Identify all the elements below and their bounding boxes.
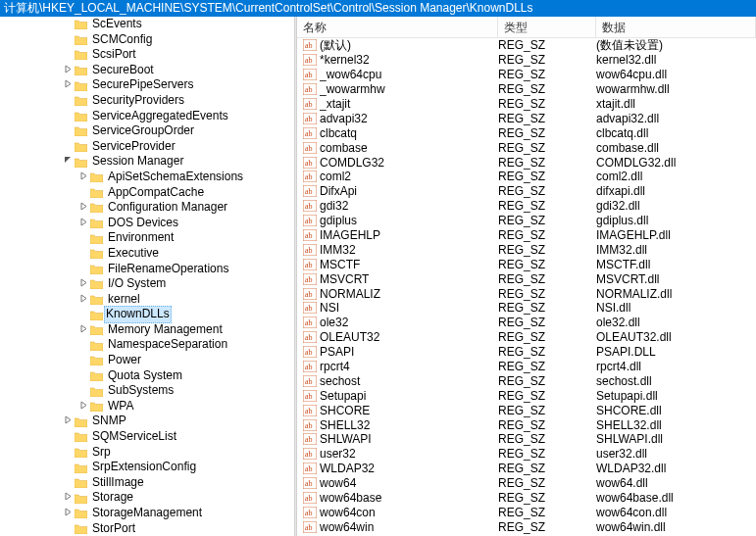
tree-item-apisetschemaextensions[interactable]: ApiSetSchemaExtensions — [0, 170, 296, 185]
tree-item-label: Configuration Manager — [106, 200, 229, 216]
header-type[interactable]: 类型 — [498, 17, 596, 37]
header-name[interactable]: 名称 — [297, 17, 498, 37]
tree-item-serviceprovider[interactable]: ServiceProvider — [0, 139, 296, 155]
tree-item-environment[interactable]: Environment — [0, 230, 296, 246]
tree-item-srp[interactable]: Srp — [0, 445, 296, 461]
tree-item-wpa[interactable]: WPA — [0, 399, 296, 414]
tree-item-quota-system[interactable]: Quota System — [0, 368, 296, 384]
tree-item-scmconfig[interactable]: SCMConfig — [0, 32, 296, 48]
tree-item-scsiport[interactable]: ScsiPort — [0, 47, 296, 63]
value-data: COMDLG32.dll — [596, 156, 756, 170]
tree-item-kernel[interactable]: kernel — [0, 292, 296, 308]
value-row[interactable]: (默认)REG_SZ(数值未设置) — [297, 38, 756, 53]
value-name: PSAPI — [320, 345, 498, 359]
value-row[interactable]: _wowarmhwREG_SZwowarmhw.dll — [297, 82, 756, 97]
expander-closed-icon[interactable] — [76, 292, 90, 308]
value-row[interactable]: wow64REG_SZwow64.dll — [297, 476, 756, 491]
tree-item-configuration-manager[interactable]: Configuration Manager — [0, 200, 296, 216]
value-row[interactable]: wow64baseREG_SZwow64base.dll — [297, 491, 756, 506]
tree-item-storport[interactable]: StorPort — [0, 521, 296, 536]
value-row[interactable]: IMM32REG_SZIMM32.dll — [297, 242, 756, 257]
expander-closed-icon[interactable] — [61, 490, 75, 506]
value-row[interactable]: gdiplusREG_SZgdiplus.dll — [297, 214, 756, 228]
tree-item-i-o-system[interactable]: I/O System — [0, 276, 296, 292]
tree-item-dos-devices[interactable]: DOS Devices — [0, 216, 296, 231]
value-row[interactable]: gdi32REG_SZgdi32.dll — [297, 199, 756, 214]
tree-item-power[interactable]: Power — [0, 353, 296, 368]
tree-item-srpextensionconfig[interactable]: SrpExtensionConfig — [0, 460, 296, 475]
value-row[interactable]: wow64winREG_SZwow64win.dll — [297, 519, 756, 534]
tree-item-scevents[interactable]: ScEvents — [0, 17, 296, 32]
value-row[interactable]: coml2REG_SZcoml2.dll — [297, 170, 756, 184]
header-data[interactable]: 数据 — [596, 17, 756, 37]
tree-pane[interactable]: ScEventsSCMConfigScsiPortSecureBootSecur… — [0, 17, 297, 536]
value-row[interactable]: *kernel32REG_SZkernel32.dll — [297, 53, 756, 68]
value-row[interactable]: wow64conREG_SZwow64con.dll — [297, 506, 756, 520]
expander-closed-icon[interactable] — [76, 322, 90, 338]
value-row[interactable]: PSAPIREG_SZPSAPI.DLL — [297, 345, 756, 360]
expander-closed-icon[interactable] — [61, 414, 75, 429]
expander-closed-icon[interactable] — [76, 399, 90, 414]
tree-item-securityproviders[interactable]: SecurityProviders — [0, 93, 296, 109]
value-row[interactable]: _xtajitREG_SZxtajit.dll — [297, 97, 756, 112]
tree-item-securepipeservers[interactable]: SecurePipeServers — [0, 77, 296, 93]
tree-item-filerenameoperations[interactable]: FileRenameOperations — [0, 262, 296, 277]
value-row[interactable]: OLEAUT32REG_SZOLEAUT32.dll — [297, 330, 756, 345]
string-value-icon — [303, 185, 317, 197]
value-data: difxapi.dll — [596, 184, 756, 198]
expander-closed-icon[interactable] — [61, 63, 75, 78]
expander-closed-icon[interactable] — [76, 216, 90, 231]
value-row[interactable]: MSVCRTREG_SZMSVCRT.dll — [297, 271, 756, 286]
value-row[interactable]: combaseREG_SZcombase.dll — [297, 140, 756, 155]
value-row[interactable]: _wow64cpuREG_SZwow64cpu.dll — [297, 68, 756, 82]
expander-closed-icon[interactable] — [76, 170, 90, 185]
value-data: clbcatq.dll — [596, 126, 756, 140]
value-row[interactable]: SHLWAPIREG_SZSHLWAPI.dll — [297, 432, 756, 447]
tree-item-serviceaggregatedevents[interactable]: ServiceAggregatedEvents — [0, 109, 296, 124]
folder-icon — [90, 187, 103, 198]
tree-item-servicegrouporder[interactable]: ServiceGroupOrder — [0, 123, 296, 139]
value-row[interactable]: SetupapiREG_SZSetupapi.dll — [297, 388, 756, 403]
tree-item-stillimage[interactable]: StillImage — [0, 475, 296, 491]
value-row[interactable]: MSCTFREG_SZMSCTF.dll — [297, 257, 756, 271]
address-bar[interactable]: 计算机\HKEY_LOCAL_MACHINE\SYSTEM\CurrentCon… — [0, 0, 756, 17]
string-value-icon — [303, 302, 317, 314]
tree-item-storagemanagement[interactable]: StorageManagement — [0, 506, 296, 521]
tree-item-namespaceseparation[interactable]: NamespaceSeparation — [0, 337, 296, 353]
list-header[interactable]: 名称 类型 数据 — [297, 17, 756, 38]
tree-item-knowndlls[interactable]: KnownDLLs — [0, 307, 296, 322]
value-row[interactable]: sechostREG_SZsechost.dll — [297, 373, 756, 388]
value-row[interactable]: COMDLG32REG_SZCOMDLG32.dll — [297, 155, 756, 170]
folder-icon — [90, 324, 103, 335]
expander-closed-icon[interactable] — [76, 200, 90, 216]
value-row[interactable]: IMAGEHLPREG_SZIMAGEHLP.dll — [297, 228, 756, 243]
expander-closed-icon[interactable] — [61, 506, 75, 521]
value-row[interactable]: user32REG_SZuser32.dll — [297, 447, 756, 462]
value-row[interactable]: NSIREG_SZNSI.dll — [297, 301, 756, 316]
tree-item-secureboot[interactable]: SecureBoot — [0, 63, 296, 78]
value-row[interactable]: SHCOREREG_SZSHCORE.dll — [297, 403, 756, 417]
value-row[interactable]: rpcrt4REG_SZrpcrt4.dll — [297, 360, 756, 374]
value-row[interactable]: SHELL32REG_SZSHELL32.dll — [297, 417, 756, 432]
expander-closed-icon[interactable] — [76, 276, 90, 292]
tree-item-subsystems[interactable]: SubSystems — [0, 383, 296, 399]
tree-item-memory-management[interactable]: Memory Management — [0, 322, 296, 338]
value-row[interactable]: ole32REG_SZole32.dll — [297, 316, 756, 330]
list-pane[interactable]: 名称 类型 数据 (默认)REG_SZ(数值未设置)*kernel32REG_S… — [297, 17, 756, 536]
splitter[interactable] — [294, 17, 297, 536]
value-data: wow64.dll — [596, 476, 756, 490]
tree-item-sqmservicelist[interactable]: SQMServiceList — [0, 429, 296, 445]
expander-closed-icon[interactable] — [61, 77, 75, 93]
tree-item-session-manager[interactable]: Session Manager — [0, 154, 296, 170]
tree-item-storage[interactable]: Storage — [0, 490, 296, 506]
folder-icon — [75, 523, 87, 534]
tree-item-executive[interactable]: Executive — [0, 246, 296, 262]
value-row[interactable]: advapi32REG_SZadvapi32.dll — [297, 111, 756, 125]
tree-item-snmp[interactable]: SNMP — [0, 414, 296, 429]
expander-open-icon[interactable] — [61, 154, 75, 170]
value-row[interactable]: clbcatqREG_SZclbcatq.dll — [297, 125, 756, 140]
value-row[interactable]: DifxApiREG_SZdifxapi.dll — [297, 184, 756, 199]
tree-item-appcompatcache[interactable]: AppCompatCache — [0, 185, 296, 201]
value-row[interactable]: NORMALIZREG_SZNORMALIZ.dll — [297, 286, 756, 301]
value-row[interactable]: WLDAP32REG_SZWLDAP32.dll — [297, 462, 756, 476]
